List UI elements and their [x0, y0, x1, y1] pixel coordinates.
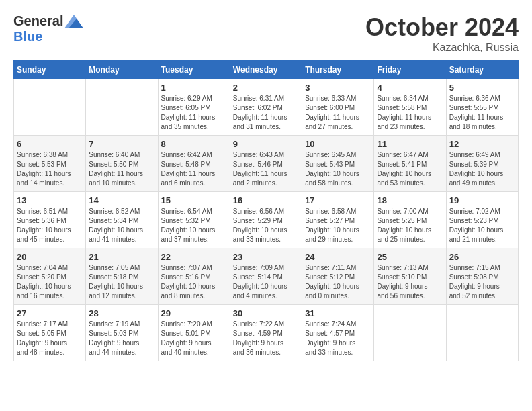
calendar-cell — [14, 79, 86, 136]
logo-blue-text: Blue — [13, 29, 42, 44]
day-number: 21 — [89, 252, 154, 262]
day-info: Sunrise: 7:07 AM Sunset: 5:16 PM Dayligh… — [161, 263, 227, 301]
calendar-cell: 5Sunrise: 6:36 AM Sunset: 5:55 PM Daylig… — [446, 79, 518, 136]
day-number: 16 — [233, 195, 299, 205]
day-number: 30 — [233, 308, 299, 318]
calendar-cell: 7Sunrise: 6:40 AM Sunset: 5:50 PM Daylig… — [86, 136, 158, 192]
day-info: Sunrise: 6:36 AM Sunset: 5:55 PM Dayligh… — [449, 94, 515, 132]
calendar-cell: 25Sunrise: 7:13 AM Sunset: 5:10 PM Dayli… — [374, 248, 446, 305]
day-info: Sunrise: 7:11 AM Sunset: 5:12 PM Dayligh… — [305, 263, 371, 301]
day-number: 23 — [233, 252, 299, 262]
day-number: 28 — [89, 308, 154, 318]
day-info: Sunrise: 6:33 AM Sunset: 6:00 PM Dayligh… — [305, 94, 371, 132]
calendar-cell: 19Sunrise: 7:02 AM Sunset: 5:23 PM Dayli… — [446, 192, 518, 248]
day-number: 7 — [89, 139, 154, 149]
calendar-cell — [374, 305, 446, 361]
location-heading: Kazachka, Russia — [365, 42, 519, 54]
calendar-week-row: 13Sunrise: 6:51 AM Sunset: 5:36 PM Dayli… — [14, 192, 519, 248]
calendar-cell: 1Sunrise: 6:29 AM Sunset: 6:05 PM Daylig… — [158, 79, 230, 136]
calendar-cell: 27Sunrise: 7:17 AM Sunset: 5:05 PM Dayli… — [14, 305, 86, 361]
calendar-cell: 10Sunrise: 6:45 AM Sunset: 5:43 PM Dayli… — [302, 136, 374, 192]
day-number: 6 — [17, 139, 83, 149]
day-info: Sunrise: 7:13 AM Sunset: 5:10 PM Dayligh… — [377, 263, 443, 301]
day-number: 25 — [377, 252, 443, 262]
day-info: Sunrise: 7:20 AM Sunset: 5:01 PM Dayligh… — [161, 320, 227, 357]
calendar-cell: 31Sunrise: 7:24 AM Sunset: 4:57 PM Dayli… — [302, 305, 374, 361]
calendar-cell: 22Sunrise: 7:07 AM Sunset: 5:16 PM Dayli… — [158, 248, 230, 305]
weekday-header-monday: Monday — [86, 61, 158, 79]
weekday-header-tuesday: Tuesday — [158, 61, 230, 79]
calendar-cell: 12Sunrise: 6:49 AM Sunset: 5:39 PM Dayli… — [446, 136, 518, 192]
weekday-header-row: SundayMondayTuesdayWednesdayThursdayFrid… — [14, 61, 519, 79]
day-info: Sunrise: 6:38 AM Sunset: 5:53 PM Dayligh… — [17, 150, 83, 188]
calendar-week-row: 20Sunrise: 7:04 AM Sunset: 5:20 PM Dayli… — [14, 248, 519, 305]
calendar-cell: 26Sunrise: 7:15 AM Sunset: 5:08 PM Dayli… — [446, 248, 518, 305]
month-title: October 2024 Kazachka, Russia — [365, 13, 519, 54]
weekday-header-sunday: Sunday — [14, 61, 86, 79]
calendar-cell: 14Sunrise: 6:52 AM Sunset: 5:34 PM Dayli… — [86, 192, 158, 248]
calendar-cell: 17Sunrise: 6:58 AM Sunset: 5:27 PM Dayli… — [302, 192, 374, 248]
day-info: Sunrise: 7:19 AM Sunset: 5:03 PM Dayligh… — [89, 320, 154, 357]
day-number: 17 — [305, 195, 371, 205]
day-info: Sunrise: 7:17 AM Sunset: 5:05 PM Dayligh… — [17, 320, 83, 357]
weekday-header-saturday: Saturday — [446, 61, 518, 79]
day-info: Sunrise: 6:42 AM Sunset: 5:48 PM Dayligh… — [161, 150, 227, 188]
day-number: 9 — [233, 139, 299, 149]
calendar-cell: 2Sunrise: 6:31 AM Sunset: 6:02 PM Daylig… — [230, 79, 302, 136]
header: General Blue October 2024 Kazachka, Russ… — [13, 13, 519, 54]
day-number: 31 — [305, 308, 371, 318]
day-info: Sunrise: 7:00 AM Sunset: 5:25 PM Dayligh… — [377, 207, 443, 244]
calendar-cell — [446, 305, 518, 361]
calendar-cell: 6Sunrise: 6:38 AM Sunset: 5:53 PM Daylig… — [14, 136, 86, 192]
day-info: Sunrise: 6:31 AM Sunset: 6:02 PM Dayligh… — [233, 94, 299, 132]
day-number: 13 — [17, 195, 83, 205]
logo-general-text: General — [13, 13, 63, 29]
month-heading: October 2024 — [365, 13, 519, 42]
day-info: Sunrise: 7:04 AM Sunset: 5:20 PM Dayligh… — [17, 263, 83, 301]
day-number: 29 — [161, 308, 227, 318]
day-number: 14 — [89, 195, 154, 205]
calendar-cell: 21Sunrise: 7:05 AM Sunset: 5:18 PM Dayli… — [86, 248, 158, 305]
day-info: Sunrise: 6:43 AM Sunset: 5:46 PM Dayligh… — [233, 150, 299, 188]
day-info: Sunrise: 6:45 AM Sunset: 5:43 PM Dayligh… — [305, 150, 371, 188]
day-info: Sunrise: 6:51 AM Sunset: 5:36 PM Dayligh… — [17, 207, 83, 244]
calendar-cell: 13Sunrise: 6:51 AM Sunset: 5:36 PM Dayli… — [14, 192, 86, 248]
day-info: Sunrise: 6:54 AM Sunset: 5:32 PM Dayligh… — [161, 207, 227, 244]
day-number: 2 — [233, 83, 299, 93]
day-info: Sunrise: 6:34 AM Sunset: 5:58 PM Dayligh… — [377, 94, 443, 132]
calendar-cell: 18Sunrise: 7:00 AM Sunset: 5:25 PM Dayli… — [374, 192, 446, 248]
day-number: 19 — [449, 195, 515, 205]
day-number: 12 — [449, 139, 515, 149]
calendar-cell — [86, 79, 158, 136]
weekday-header-wednesday: Wednesday — [230, 61, 302, 79]
weekday-header-thursday: Thursday — [302, 61, 374, 79]
day-info: Sunrise: 7:15 AM Sunset: 5:08 PM Dayligh… — [449, 263, 515, 301]
day-number: 10 — [305, 139, 371, 149]
day-info: Sunrise: 6:29 AM Sunset: 6:05 PM Dayligh… — [161, 94, 227, 132]
calendar-week-row: 1Sunrise: 6:29 AM Sunset: 6:05 PM Daylig… — [14, 79, 519, 136]
day-number: 22 — [161, 252, 227, 262]
calendar-cell: 11Sunrise: 6:47 AM Sunset: 5:41 PM Dayli… — [374, 136, 446, 192]
day-number: 3 — [305, 83, 371, 93]
calendar-cell: 15Sunrise: 6:54 AM Sunset: 5:32 PM Dayli… — [158, 192, 230, 248]
day-info: Sunrise: 7:02 AM Sunset: 5:23 PM Dayligh… — [449, 207, 515, 244]
day-number: 1 — [161, 83, 227, 93]
calendar-cell: 3Sunrise: 6:33 AM Sunset: 6:00 PM Daylig… — [302, 79, 374, 136]
calendar-week-row: 6Sunrise: 6:38 AM Sunset: 5:53 PM Daylig… — [14, 136, 519, 192]
day-info: Sunrise: 7:24 AM Sunset: 4:57 PM Dayligh… — [305, 320, 371, 357]
calendar-cell: 30Sunrise: 7:22 AM Sunset: 4:59 PM Dayli… — [230, 305, 302, 361]
calendar-cell: 16Sunrise: 6:56 AM Sunset: 5:29 PM Dayli… — [230, 192, 302, 248]
calendar-cell: 29Sunrise: 7:20 AM Sunset: 5:01 PM Dayli… — [158, 305, 230, 361]
day-info: Sunrise: 7:22 AM Sunset: 4:59 PM Dayligh… — [233, 320, 299, 357]
day-info: Sunrise: 7:09 AM Sunset: 5:14 PM Dayligh… — [233, 263, 299, 301]
day-info: Sunrise: 6:40 AM Sunset: 5:50 PM Dayligh… — [89, 150, 154, 188]
weekday-header-friday: Friday — [374, 61, 446, 79]
calendar-cell: 23Sunrise: 7:09 AM Sunset: 5:14 PM Dayli… — [230, 248, 302, 305]
day-number: 18 — [377, 195, 443, 205]
calendar-cell: 9Sunrise: 6:43 AM Sunset: 5:46 PM Daylig… — [230, 136, 302, 192]
day-number: 26 — [449, 252, 515, 262]
calendar-cell: 28Sunrise: 7:19 AM Sunset: 5:03 PM Dayli… — [86, 305, 158, 361]
day-number: 5 — [449, 83, 515, 93]
day-info: Sunrise: 6:52 AM Sunset: 5:34 PM Dayligh… — [89, 207, 154, 244]
day-number: 4 — [377, 83, 443, 93]
